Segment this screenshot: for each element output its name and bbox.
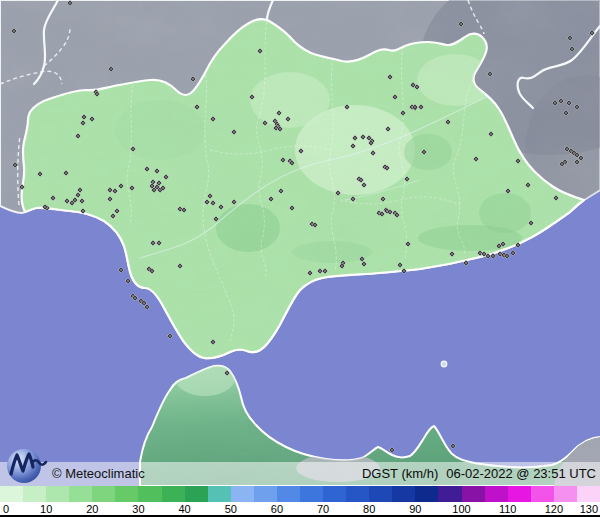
scale-segment <box>346 486 369 502</box>
scale-segment <box>231 486 254 502</box>
metric-and-time: DGST (km/h)06-02-2022 @ 23:51 UTC <box>362 466 596 481</box>
timestamp: 06-02-2022 @ 23:51 UTC <box>446 466 596 481</box>
scale-segment <box>46 486 69 502</box>
scale-tick-label: 10 <box>40 503 52 515</box>
island <box>441 361 448 368</box>
scale-segment <box>138 486 161 502</box>
scale-tick-label: 90 <box>409 503 421 515</box>
scale-segment <box>415 486 438 502</box>
attribution-text: © Meteoclimatic <box>52 466 145 481</box>
scale-segment <box>208 486 231 502</box>
scale-segment <box>554 486 577 502</box>
scale-segment <box>277 486 300 502</box>
scale-segment <box>323 486 346 502</box>
map-canvas: © Meteoclimatic DGST (km/h)06-02-2022 @ … <box>0 0 600 486</box>
wind-gust-map: © Meteoclimatic DGST (km/h)06-02-2022 @ … <box>0 0 600 486</box>
scale-segment <box>162 486 185 502</box>
scale-segment <box>392 486 415 502</box>
scale-segment <box>23 486 46 502</box>
scale-segment <box>69 486 92 502</box>
weather-map-screenshot: © Meteoclimatic DGST (km/h)06-02-2022 @ … <box>0 0 600 517</box>
scale-tick-label: 110 <box>499 503 517 515</box>
scale-tick-label: 70 <box>317 503 329 515</box>
scale-tick-label: 120 <box>545 503 563 515</box>
scale-tick-label: 20 <box>86 503 98 515</box>
scale-tick-label: 40 <box>178 503 190 515</box>
scale-segment <box>508 486 531 502</box>
scale-segment <box>485 486 508 502</box>
scale-segment <box>115 486 138 502</box>
scale-segment <box>438 486 461 502</box>
scale-segment <box>531 486 554 502</box>
scale-tick-row: 0102030405060708090100110120130 <box>0 502 600 517</box>
scale-segment <box>92 486 115 502</box>
scale-tick-label: 130 <box>580 503 598 515</box>
scale-segment <box>462 486 485 502</box>
scale-segment <box>254 486 277 502</box>
scale-segment <box>369 486 392 502</box>
color-scale-bar <box>0 486 600 502</box>
metric-label: DGST (km/h) <box>362 466 438 481</box>
scale-tick-label: 30 <box>132 503 144 515</box>
scale-segment <box>0 486 23 502</box>
scale-tick-label: 80 <box>363 503 375 515</box>
scale-tick-label: 50 <box>225 503 237 515</box>
scale-tick-label: 0 <box>3 503 9 515</box>
scale-tick-label: 100 <box>452 503 470 515</box>
scale-tick-label: 60 <box>271 503 283 515</box>
scale-segment <box>577 486 600 502</box>
scale-segment <box>300 486 323 502</box>
scale-segment <box>185 486 208 502</box>
